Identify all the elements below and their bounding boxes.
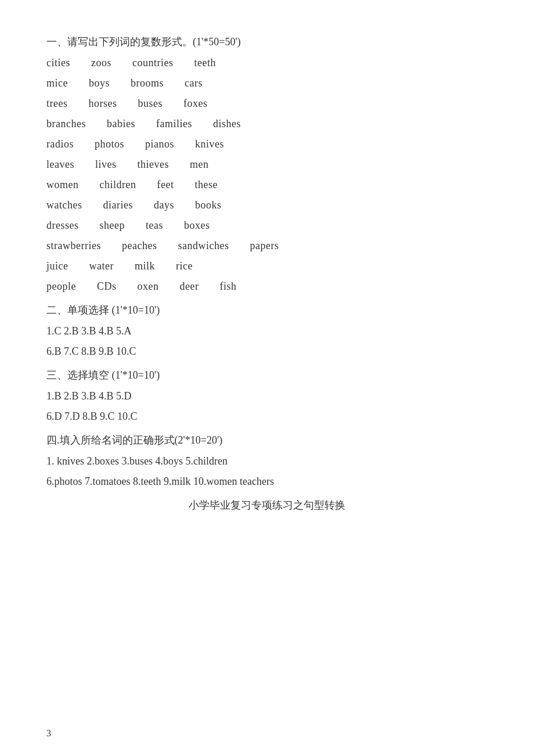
section4-title: 四.填入所给名词的正确形式(2'*10=20') [46,433,488,447]
word-item: dresses [46,219,79,232]
word-line-1: citieszooscountriesteeth [46,57,488,69]
word-item: milk [135,260,155,272]
word-item: boys [89,77,110,89]
word-item: CDs [97,280,117,293]
word-item: brooms [131,77,164,89]
word-item: peaches [122,240,157,252]
word-item: radios [46,138,74,150]
word-item: countries [132,57,173,69]
section2-line2: 6.B 7.C 8.B 9.B 10.C [46,345,488,358]
word-item: water [89,260,113,272]
word-item: these [194,179,217,191]
word-line-5: radiosphotospianosknives [46,138,488,150]
word-item: people [46,280,76,293]
word-item: feet [157,179,174,191]
word-item: thieves [137,159,169,171]
section4-line1: 1. knives 2.boxes 3.buses 4.boys 5.child… [46,455,488,467]
word-line-6: leaveslivesthievesmen [46,159,488,171]
section2-line1: 1.C 2.B 3.B 4.B 5.A [46,325,488,337]
section3-line1: 1.B 2.B 3.B 4.B 5.D [46,390,488,402]
word-line-3: treeshorsesbusesfoxes [46,98,488,110]
word-item: trees [46,98,67,110]
word-item: days [154,199,174,211]
word-item: cars [185,77,203,89]
word-line-12: peopleCDsoxendeerfish [46,280,488,293]
word-item: sandwiches [178,240,229,252]
word-item: watches [46,199,82,211]
page-number: 3 [46,728,51,739]
word-line-4: branchesbabiesfamiliesdishes [46,118,488,130]
word-item: deer [180,280,199,293]
word-item: branches [46,118,86,130]
word-item: photos [95,138,124,150]
word-item: dishes [213,118,241,130]
word-item: oxen [138,280,159,293]
word-line-7: womenchildrenfeetthese [46,179,488,191]
word-item: zoos [91,57,111,69]
section1-block: 一、请写出下列词的复数形式。(1'*50=50') citieszooscoun… [46,35,488,293]
word-item: boxes [184,219,210,232]
section4-line2: 6.photos 7.tomatoes 8.teeth 9.milk 10.wo… [46,476,488,488]
footer-center-title: 小学毕业复习专项练习之句型转换 [46,498,488,512]
word-item: papers [250,240,279,252]
section3-line2: 6.D 7.D 8.B 9.C 10.C [46,411,488,423]
word-item: families [156,118,192,130]
word-item: horses [88,98,117,110]
word-item: juice [46,260,68,272]
section1-title: 一、请写出下列词的复数形式。(1'*50=50') [46,35,488,49]
word-line-8: watchesdiariesdaysbooks [46,199,488,211]
word-item: rice [176,260,193,272]
word-item: teas [146,219,163,232]
word-item: sheep [100,219,125,232]
word-item: pianos [145,138,174,150]
word-item: lives [95,159,117,171]
word-line-10: strawberriespeachessandwichespapers [46,240,488,252]
word-item: fish [219,280,236,293]
word-item: diaries [103,199,132,211]
word-item: children [100,179,136,191]
section2-block: 二、单项选择 (1'*10=10') 1.C 2.B 3.B 4.B 5.A 6… [46,303,488,358]
word-item: women [46,179,79,191]
word-item: babies [107,118,135,130]
section3-title: 三、选择填空 (1'*10=10') [46,368,488,382]
section3-block: 三、选择填空 (1'*10=10') 1.B 2.B 3.B 4.B 5.D 6… [46,368,488,423]
word-line-9: dressessheepteasboxes [46,219,488,232]
word-item: foxes [183,98,208,110]
word-item: leaves [46,159,74,171]
word-line-2: miceboysbroomscars [46,77,488,89]
word-item: mice [46,77,68,89]
word-item: buses [138,98,163,110]
word-item: strawberries [46,240,101,252]
section2-title: 二、单项选择 (1'*10=10') [46,303,488,317]
word-item: knives [195,138,224,150]
word-item: books [195,199,222,211]
section4-block: 四.填入所给名词的正确形式(2'*10=20') 1. knives 2.box… [46,433,488,488]
word-item: cities [46,57,70,69]
word-item: men [190,159,209,171]
word-line-11: juicewatermilkrice [46,260,488,272]
word-item: teeth [194,57,215,69]
